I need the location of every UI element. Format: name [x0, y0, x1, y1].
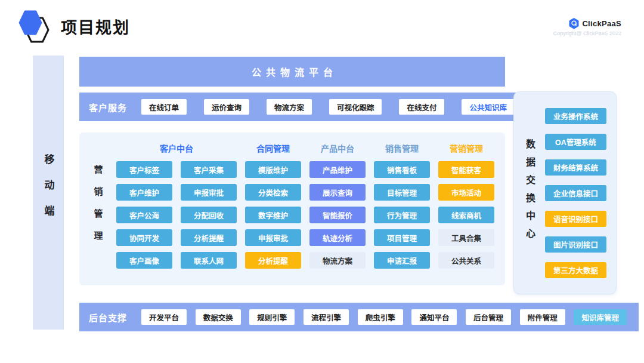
data-exchange-item: 财务结算系统 [545, 159, 606, 176]
grid-cell: 联系人网 [181, 252, 237, 269]
customer-service-item: 运价查询 [204, 99, 249, 115]
top-banner: 公共物流平台 [79, 57, 505, 87]
backend-support-band: 后台支撑 开发平台数据交换规则引擎流程引擎爬虫引擎通知平台后台管理附件管理知识库… [79, 303, 639, 331]
grid-cell: 客户画像 [116, 252, 172, 269]
backend-support-label: 后台支撑 [89, 311, 127, 324]
mobile-strip-label: 移动端 [41, 154, 56, 231]
grid-group-header: 销售管理 [374, 142, 430, 154]
mobile-side-strip: 移动端 [33, 56, 64, 330]
grid-cell: 产品维护 [309, 161, 366, 178]
backend-support-item: 流程引擎 [304, 309, 349, 325]
grid-group-header: 营销管理 [438, 142, 494, 154]
grid-cell: 销售看板 [374, 161, 430, 178]
grid-cell: 客户公海 [116, 207, 172, 223]
grid-cell: 申报审批 [181, 184, 237, 201]
grid-cell: 目标管理 [374, 184, 430, 201]
grid-cell: 数字维护 [245, 207, 301, 223]
grid-group-header: 客户中台 [116, 142, 237, 154]
page-title: 项目规划 [61, 15, 130, 38]
customer-service-band: 客户服务 在线订单运价查询物流方案可视化跟踪在线支付公共知识库 [79, 93, 527, 121]
grid-cell: 轨迹分析 [309, 229, 366, 246]
grid-cell: 市场活动 [438, 184, 494, 201]
grid-cell: 线索商机 [438, 207, 494, 223]
grid-cell: 客户标签 [116, 161, 172, 178]
grid-cell: 智能报价 [309, 207, 366, 223]
grid-cells: 客户标签客户采集模版维护产品维护销售看板智能获客客户维护申报审批分类检索展示查询… [116, 161, 505, 269]
grid-cell: 客户采集 [181, 161, 237, 178]
data-exchange-items: 业务操作系统OA管理系统财务结算系统企业信息接口语音识别接口图片识别接口第三方大… [545, 108, 616, 278]
grid-cell: 申请汇报 [374, 252, 430, 269]
customer-service-item: 公共知识库 [462, 99, 515, 115]
grid-cell: 物流方案 [309, 252, 366, 269]
hexagon-logo-icon [18, 10, 50, 43]
backend-support-item: 规则引擎 [249, 309, 295, 325]
top-banner-label: 公共物流平台 [247, 64, 338, 79]
grid-group-header: 产品中台 [309, 142, 366, 154]
grid-cell: 展示查询 [309, 184, 366, 201]
grid-cell: 分析提醒 [245, 252, 301, 269]
customer-service-item: 在线支付 [399, 99, 444, 115]
grid-cell: 行为管理 [374, 207, 430, 223]
grid-group-header: 合同管理 [245, 142, 301, 154]
grid-cell: 分类检索 [245, 184, 301, 201]
data-exchange-item: 语音识别接口 [545, 211, 606, 227]
data-exchange-item: 图片识别接口 [545, 236, 606, 253]
customer-service-label: 客户服务 [89, 101, 127, 113]
grid-cell: 工具合集 [438, 229, 494, 246]
clickpaas-logo-icon [569, 18, 579, 29]
backend-support-item: 通知平台 [411, 309, 457, 325]
data-exchange-label: 数据交换中心 [522, 139, 537, 247]
data-exchange-item: 企业信息接口 [545, 185, 606, 201]
page-header: 项目规划 ClickPaaS Copyright@ ClickPaaS 2022 [18, 10, 621, 43]
data-exchange-item: 业务操作系统 [545, 108, 606, 124]
backend-support-item: 数据交换 [196, 309, 241, 325]
marketing-grid: 客户中台合同管理产品中台销售管理营销管理 客户标签客户采集模版维护产品维护销售看… [116, 133, 505, 285]
backend-support-item: 附件管理 [520, 309, 565, 325]
data-exchange-label-wrap: 数据交换中心 [514, 139, 545, 247]
backend-support-item: 开发平台 [141, 309, 187, 325]
data-exchange-panel: 数据交换中心 业务操作系统OA管理系统财务结算系统企业信息接口语音识别接口图片识… [513, 91, 617, 294]
grid-cell: 模版维护 [245, 161, 301, 178]
grid-cell: 协同开发 [116, 229, 172, 246]
brand-name: ClickPaaS [582, 19, 621, 28]
grid-cell: 公共关系 [438, 252, 494, 269]
grid-cell: 分析提醒 [181, 229, 237, 246]
marketing-grid-panel: 营销管理 客户中台合同管理产品中台销售管理营销管理 客户标签客户采集模版维护产品… [79, 133, 505, 285]
backend-support-item: 爬虫引擎 [358, 309, 403, 325]
grid-cell: 申报审批 [245, 229, 301, 246]
grid-cell: 客户维护 [116, 184, 172, 201]
backend-support-items: 开发平台数据交换规则引擎流程引擎爬虫引擎通知平台后台管理附件管理知识库管理 [141, 309, 627, 325]
data-exchange-item: 第三方大数据 [545, 262, 606, 278]
title-block: 项目规划 [18, 10, 130, 43]
grid-cell: 分配回收 [181, 207, 237, 223]
customer-service-item: 物流方案 [267, 99, 312, 115]
backend-support-item: 知识库管理 [574, 309, 627, 325]
backend-support-item: 后台管理 [466, 309, 511, 325]
customer-service-item: 可视化跟踪 [329, 99, 382, 115]
copyright-text: Copyright@ ClickPaaS 2022 [553, 30, 621, 36]
customer-service-item: 在线订单 [141, 99, 187, 115]
brand-block: ClickPaaS Copyright@ ClickPaaS 2022 [553, 18, 621, 36]
data-exchange-item: OA管理系统 [545, 134, 606, 150]
marketing-side-label-wrap: 营销管理 [79, 133, 116, 285]
grid-cell: 项目管理 [374, 229, 430, 246]
grid-cell: 智能获客 [438, 161, 494, 178]
marketing-side-label: 营销管理 [92, 165, 104, 253]
grid-group-headers: 客户中台合同管理产品中台销售管理营销管理 [116, 142, 505, 154]
customer-service-items: 在线订单运价查询物流方案可视化跟踪在线支付公共知识库 [141, 99, 515, 115]
